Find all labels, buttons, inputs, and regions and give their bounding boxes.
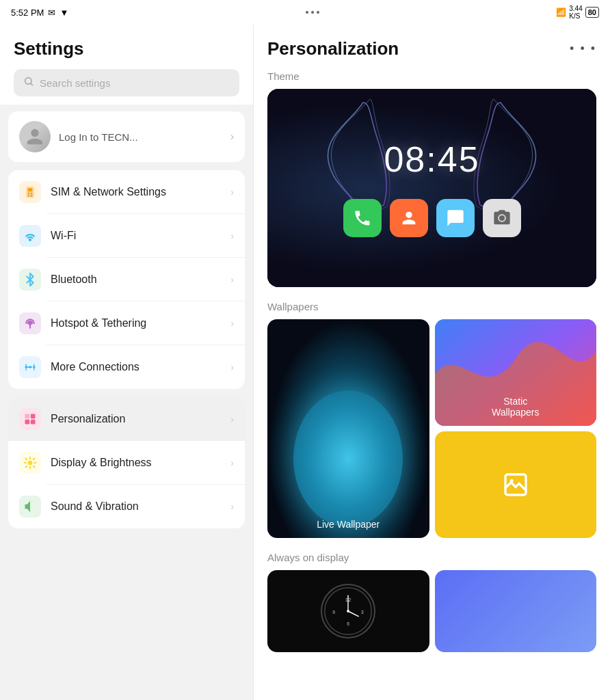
- more-options-button[interactable]: • • •: [570, 42, 596, 56]
- battery-indicator: 80: [585, 7, 599, 18]
- display-chevron: ›: [230, 457, 234, 468]
- wifi-chevron: ›: [230, 230, 234, 241]
- svg-rect-15: [31, 414, 36, 419]
- bluetooth-icon: [19, 269, 41, 291]
- sidebar-item-display[interactable]: Display & Brightness ›: [8, 441, 245, 485]
- sidebar-item-hotspot[interactable]: Hotspot & Tethering ›: [8, 301, 245, 345]
- sim-icon: [19, 181, 41, 203]
- right-panel: Personalization • • • Theme: [254, 25, 610, 700]
- hotspot-label: Hotspot & Tethering: [51, 317, 221, 331]
- wifi-settings-icon: [19, 225, 41, 247]
- aod-item-clock[interactable]: 12 3 9 6: [267, 570, 429, 652]
- svg-rect-3: [28, 188, 33, 191]
- search-placeholder: Search settings: [40, 77, 110, 89]
- svg-rect-17: [25, 414, 30, 419]
- app-camera-icon: [483, 199, 521, 237]
- bluetooth-label: Bluetooth: [51, 273, 221, 287]
- svg-rect-5: [31, 193, 33, 195]
- avatar: [19, 121, 51, 152]
- more-connections-chevron: ›: [230, 362, 234, 373]
- settings-group-personalization: Personalization ›: [8, 397, 245, 528]
- svg-line-24: [34, 466, 35, 468]
- sidebar-item-bluetooth[interactable]: Bluetooth ›: [8, 258, 245, 301]
- live-wallpaper-label: Live Wallpaper: [267, 519, 429, 530]
- svg-point-8: [29, 239, 31, 241]
- search-bar[interactable]: Search settings: [14, 69, 239, 96]
- signal-icon: ▼: [59, 8, 68, 18]
- svg-line-23: [26, 459, 27, 460]
- left-header: Settings Search settings: [0, 25, 253, 105]
- dot3: [317, 11, 319, 14]
- sidebar-item-personalization[interactable]: Personalization ›: [8, 397, 245, 441]
- svg-rect-16: [31, 420, 36, 425]
- svg-text:3: 3: [361, 610, 364, 615]
- sidebar-item-more-connections[interactable]: More Connections ›: [8, 345, 245, 389]
- svg-rect-7: [31, 195, 33, 197]
- display-icon: [19, 452, 41, 474]
- theme-section-label: Theme: [267, 70, 596, 82]
- more-connections-label: More Connections: [51, 360, 221, 375]
- personalization-label: Personalization: [51, 412, 221, 427]
- aod-section-label: Always on display: [267, 552, 596, 563]
- sidebar-item-wifi[interactable]: Wi-Fi ›: [8, 214, 245, 258]
- hotspot-chevron: ›: [230, 318, 234, 329]
- sidebar-item-sound[interactable]: Sound & Vibration ›: [8, 485, 245, 528]
- search-icon: [23, 76, 34, 90]
- svg-rect-6: [28, 195, 30, 197]
- account-chevron: ›: [230, 131, 234, 143]
- svg-line-25: [34, 459, 35, 460]
- theme-background: 08:45: [267, 89, 596, 287]
- left-scroll: Log In to TECN... ›: [0, 105, 253, 700]
- account-label: Log In to TECN...: [59, 131, 138, 143]
- svg-point-0: [25, 78, 31, 84]
- live-wallpaper-oval: [293, 390, 403, 527]
- wallpapers-section-label: Wallpapers: [267, 301, 596, 312]
- my-wallpapers-icon: [502, 471, 529, 498]
- wifi-icon: 📶: [556, 8, 566, 17]
- account-info: Log In to TECN...: [19, 121, 138, 152]
- sim-label: SIM & Network Settings: [51, 185, 221, 200]
- aod-grid: 12 3 9 6: [267, 570, 596, 652]
- sidebar-item-sim[interactable]: SIM & Network Settings ›: [8, 170, 245, 214]
- app-contacts-icon: [390, 199, 428, 237]
- live-wallpaper-item[interactable]: Live Wallpaper: [267, 319, 429, 538]
- display-label: Display & Brightness: [51, 456, 221, 470]
- personalization-icon: [19, 408, 41, 430]
- status-center: [306, 11, 319, 14]
- network-speed: 3.44 K/S: [569, 5, 582, 20]
- right-header: Personalization • • •: [254, 25, 610, 68]
- right-panel-title: Personalization: [267, 38, 399, 59]
- svg-text:9: 9: [332, 610, 335, 615]
- dot2: [311, 11, 314, 14]
- settings-group-network: SIM & Network Settings › Wi-Fi ›: [8, 170, 245, 389]
- theme-app-row: [343, 199, 521, 237]
- sound-chevron: ›: [230, 501, 234, 512]
- right-scroll: Theme: [254, 68, 610, 700]
- left-panel: Settings Search settings: [0, 25, 253, 700]
- theme-preview[interactable]: 08:45: [267, 89, 596, 287]
- status-bar: 5:52 PM ✉ ▼ 📶 3.44 K/S 80: [0, 0, 610, 25]
- app-body: Settings Search settings: [0, 25, 610, 700]
- status-right: 📶 3.44 K/S 80: [556, 5, 599, 20]
- svg-text:6: 6: [347, 621, 349, 626]
- aod-clock-ring: 12 3 9 6: [321, 584, 375, 638]
- my-wallpapers-item[interactable]: [435, 431, 597, 538]
- wallpaper-grid: Live Wallpaper: [267, 319, 596, 538]
- personalization-chevron: ›: [230, 414, 234, 425]
- svg-line-1: [31, 83, 33, 85]
- email-icon: ✉: [48, 8, 55, 18]
- bluetooth-chevron: ›: [230, 274, 234, 285]
- account-card[interactable]: Log In to TECN... ›: [8, 111, 245, 162]
- sound-label: Sound & Vibration: [51, 500, 221, 514]
- more-connections-icon: [19, 356, 41, 378]
- svg-line-36: [348, 611, 358, 617]
- svg-rect-4: [28, 193, 30, 195]
- svg-rect-2: [26, 187, 34, 198]
- aod-item-blue[interactable]: [435, 570, 597, 652]
- static-wallpapers-label: StaticWallpapers: [492, 396, 540, 418]
- svg-rect-14: [25, 420, 30, 425]
- app-phone-icon: [343, 199, 382, 237]
- svg-point-18: [28, 461, 33, 466]
- static-wallpapers-item[interactable]: StaticWallpapers: [435, 319, 597, 426]
- sim-chevron: ›: [230, 187, 234, 198]
